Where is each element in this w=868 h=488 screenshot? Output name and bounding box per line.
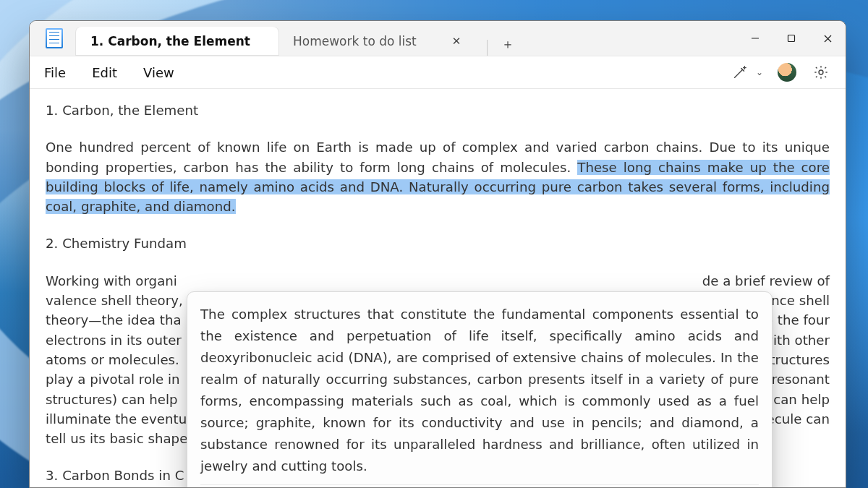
menu-bar: File Edit View ⌄	[30, 56, 846, 89]
user-avatar[interactable]	[778, 63, 796, 82]
chevron-down-icon[interactable]: ⌄	[756, 67, 763, 77]
tab-carbon-element[interactable]: 1. Carbon, the Element	[76, 27, 278, 56]
heading-2: 2. Chemistry Fundam	[46, 234, 830, 253]
line-left: theory—the idea tha	[46, 310, 182, 330]
new-tab-button[interactable]: ＋	[496, 33, 519, 56]
line-left: Working with organi	[46, 271, 177, 291]
doc-heading: 1. Carbon, the Element	[46, 100, 830, 120]
maximize-button[interactable]	[773, 21, 809, 56]
tab-label: Homework to do list	[293, 34, 417, 48]
menu-edit[interactable]: Edit	[92, 65, 117, 80]
popup-options-row: Longer ⌄ Tone ⌄ Format ⌄ AI-generated co…	[200, 484, 759, 487]
line-left: atoms or molecules.	[46, 350, 179, 369]
line-left: tell us its basic shape	[46, 429, 187, 448]
paragraph-1: One hundred percent of known life on Ear…	[46, 137, 830, 216]
line-left: valence shell theory,	[46, 291, 183, 310]
svg-point-4	[819, 70, 823, 74]
notepad-window: 1. Carbon, the Element Homework to do li…	[29, 20, 846, 488]
title-bar: 1. Carbon, the Element Homework to do li…	[30, 21, 846, 56]
line-left: structures) can help	[46, 390, 178, 409]
line-right: de a brief review of	[702, 271, 830, 291]
tab-homework-list[interactable]: Homework to do list ✕	[278, 27, 481, 56]
tab-label: 1. Carbon, the Element	[90, 34, 250, 48]
ai-rewrite-button[interactable]	[730, 62, 750, 82]
line-left: electrons in its outer	[46, 330, 182, 350]
line-left: illuminate the eventu	[46, 409, 187, 429]
tab-separator	[487, 40, 488, 56]
ai-suggestion-text: The complex structures that constitute t…	[200, 304, 759, 477]
ai-rewrite-popup: The complex structures that constitute t…	[187, 291, 773, 487]
settings-button[interactable]	[811, 62, 831, 82]
window-controls	[737, 21, 846, 56]
notepad-app-icon	[46, 28, 63, 48]
document-editor[interactable]: 1. Carbon, the Element One hundred perce…	[30, 89, 846, 487]
line-left: play a pivotal role in	[46, 369, 180, 389]
close-window-button[interactable]	[809, 21, 846, 56]
menu-file[interactable]: File	[44, 65, 66, 80]
svg-rect-1	[788, 35, 795, 42]
close-tab-icon[interactable]: ✕	[446, 31, 467, 51]
menu-view[interactable]: View	[143, 65, 174, 80]
tab-strip: 1. Carbon, the Element Homework to do li…	[76, 21, 519, 56]
minimize-button[interactable]	[737, 21, 773, 56]
